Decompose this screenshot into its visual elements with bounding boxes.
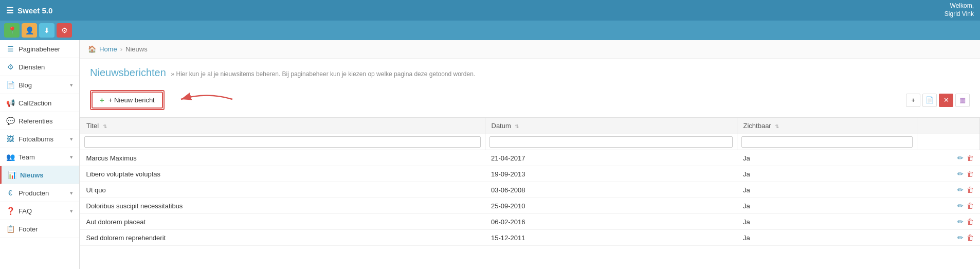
sidebar-label-fotoalbums: Fotoalbums (19, 135, 53, 143)
edit-icon[interactable]: ✏ (957, 234, 964, 242)
diensten-icon: ⚙ (6, 63, 14, 71)
delete-icon[interactable]: 🗑 (967, 234, 974, 242)
action-icons: ✏ 🗑 (923, 218, 974, 226)
filter-input-datum[interactable] (489, 136, 733, 148)
edit-icon[interactable]: ✏ (957, 186, 964, 194)
fotoalbums-icon: 🖼 (6, 135, 14, 143)
breadcrumb: 🏠 Home › Nieuws (80, 40, 980, 59)
export-icon-button[interactable]: 📄 (922, 94, 937, 107)
edit-icon[interactable]: ✏ (957, 170, 964, 178)
paginabeheer-icon: ☰ (6, 45, 14, 53)
sidebar-item-nieuws[interactable]: 📊 Nieuws (0, 166, 79, 184)
toolbar: + + Nieuw bericht (80, 85, 980, 117)
page-title: Nieuwsberichten (90, 67, 166, 78)
action-icons: ✏ 🗑 (923, 202, 974, 210)
add-icon-button[interactable]: + (906, 94, 920, 107)
sidebar-label-footer: Footer (19, 225, 38, 233)
sidebar-item-producten[interactable]: € Producten ▾ (0, 184, 79, 202)
cell-titel: Ut quo (80, 182, 485, 198)
sidebar-item-referenties[interactable]: 💬 Referenties (0, 112, 79, 130)
grid-icon-button[interactable]: ▦ (955, 94, 970, 107)
delete-icon[interactable]: 🗑 (967, 170, 974, 178)
sidebar-item-call2action[interactable]: 📢 Call2action (0, 94, 79, 112)
sidebar-item-paginabeheer[interactable]: ☰ Paginabeheer (0, 40, 79, 58)
delete-icon[interactable]: 🗑 (967, 202, 974, 210)
cell-titel: Doloribus suscipit necessitatibus (80, 198, 485, 214)
cell-actions: ✏ 🗑 (917, 182, 980, 198)
table-header-row: Titel ⇅ Datum ⇅ Zichtbaar ⇅ (80, 118, 980, 134)
col-header-actions (917, 118, 980, 134)
cell-actions: ✏ 🗑 (917, 166, 980, 182)
fotoalbums-chevron: ▾ (70, 136, 73, 142)
table-row: Libero voluptate voluptas19-09-2013Ja ✏ … (80, 166, 980, 182)
zichtbaar-sort-icon: ⇅ (775, 123, 779, 129)
action-icons: ✏ 🗑 (923, 154, 974, 162)
col-header-zichtbaar[interactable]: Zichtbaar ⇅ (737, 118, 917, 134)
call2action-icon: 📢 (6, 99, 14, 107)
blog-chevron: ▾ (70, 82, 73, 88)
cell-zichtbaar: Ja (737, 230, 917, 246)
toolbar-left: + + Nieuw bericht (90, 89, 238, 111)
table-body: Marcus Maximus21-04-2017Ja ✏ 🗑 Libero vo… (80, 150, 980, 246)
col-zichtbaar-label: Zichtbaar (743, 122, 771, 130)
filter-input-zichtbaar[interactable] (741, 136, 913, 148)
cell-zichtbaar: Ja (737, 214, 917, 230)
cell-datum: 03-06-2008 (485, 182, 737, 198)
delete-icon-button[interactable]: ✕ (939, 94, 953, 107)
filter-input-titel[interactable] (84, 136, 481, 148)
data-table: Titel ⇅ Datum ⇅ Zichtbaar ⇅ (80, 117, 980, 246)
blog-icon: 📄 (6, 81, 14, 89)
breadcrumb-home-link[interactable]: Home (99, 45, 117, 53)
breadcrumb-separator: › (120, 45, 122, 53)
location-button[interactable]: 📍 (4, 23, 20, 38)
sidebar-label-referenties: Referenties (19, 117, 52, 125)
col-datum-label: Datum (492, 122, 511, 130)
topbar: ☰ Sweet 5.0 Welkom, Sigrid Vink (0, 0, 980, 21)
cell-titel: Libero voluptate voluptas (80, 166, 485, 182)
cell-titel: Sed dolorem reprehenderit (80, 230, 485, 246)
footer-icon: 📋 (6, 225, 14, 233)
titel-sort-icon: ⇅ (103, 123, 107, 129)
cell-datum: 15-12-2011 (485, 230, 737, 246)
table-filter-row (80, 134, 980, 150)
breadcrumb-home-icon: 🏠 (88, 45, 96, 53)
cell-zichtbaar: Ja (737, 166, 917, 182)
table-row: Doloribus suscipit necessitatibus25-09-2… (80, 198, 980, 214)
delete-icon[interactable]: 🗑 (967, 154, 974, 162)
user-button[interactable]: 👤 (22, 23, 37, 38)
filter-cell-actions (917, 134, 980, 150)
iconbar: 📍 👤 ⬇ ⚙ (0, 21, 980, 40)
delete-icon[interactable]: 🗑 (967, 218, 974, 226)
table-row: Ut quo03-06-2008Ja ✏ 🗑 (80, 182, 980, 198)
col-header-titel[interactable]: Titel ⇅ (80, 118, 485, 134)
new-button-label: + Nieuw bericht (108, 96, 155, 104)
new-button[interactable]: + + Nieuw bericht (92, 92, 163, 109)
col-header-datum[interactable]: Datum ⇅ (485, 118, 737, 134)
page-subtitle: » Hier kun je al je nieuwsitems beheren.… (171, 70, 475, 78)
sidebar-label-nieuws: Nieuws (20, 171, 44, 179)
sidebar-item-faq[interactable]: ❓ FAQ ▾ (0, 202, 79, 220)
filter-cell-datum (485, 134, 737, 150)
page-header: Nieuwsberichten » Hier kun je al je nieu… (80, 59, 980, 85)
edit-icon[interactable]: ✏ (957, 154, 964, 162)
sidebar-label-producten: Producten (19, 189, 49, 197)
arrow-annotation (176, 89, 238, 111)
app-logo: ☰ Sweet 5.0 (6, 6, 52, 15)
sidebar-item-diensten[interactable]: ⚙ Diensten (0, 58, 79, 76)
sidebar-item-fotoalbums[interactable]: 🖼 Fotoalbums ▾ (0, 130, 79, 148)
cell-zichtbaar: Ja (737, 182, 917, 198)
cell-zichtbaar: Ja (737, 198, 917, 214)
download-button[interactable]: ⬇ (39, 23, 55, 38)
sidebar-item-team[interactable]: 👥 Team ▾ (0, 148, 79, 166)
cell-actions: ✏ 🗑 (917, 214, 980, 230)
share-button[interactable]: ⚙ (57, 23, 72, 38)
cell-zichtbaar: Ja (737, 150, 917, 166)
filter-cell-zichtbaar (737, 134, 917, 150)
nieuws-icon: 📊 (8, 171, 16, 179)
sidebar-item-blog[interactable]: 📄 Blog ▾ (0, 76, 79, 94)
edit-icon[interactable]: ✏ (957, 202, 964, 210)
sidebar-item-footer[interactable]: 📋 Footer (0, 220, 79, 238)
edit-icon[interactable]: ✏ (957, 218, 964, 226)
faq-icon: ❓ (6, 207, 14, 215)
delete-icon[interactable]: 🗑 (967, 186, 974, 194)
